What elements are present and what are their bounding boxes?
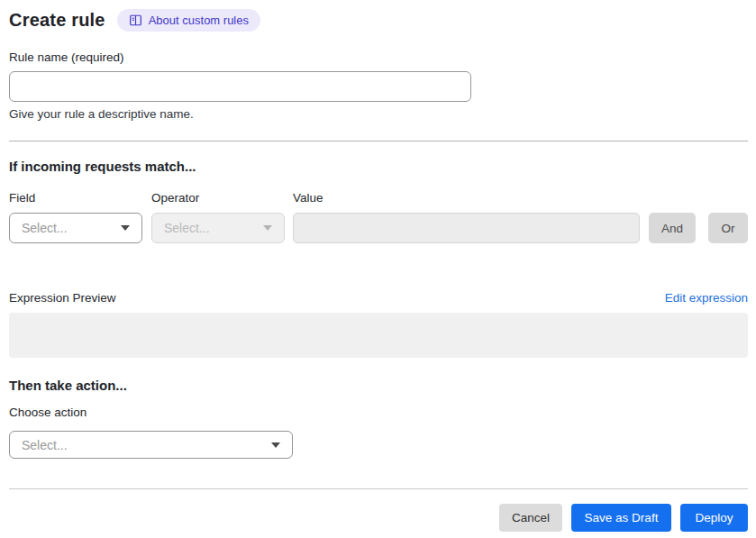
rule-name-section: Rule name (required) Give your rule a de… [9, 49, 748, 121]
or-button[interactable]: Or [708, 213, 748, 243]
page-header: Create rule About custom rules [9, 9, 748, 32]
criteria-labels-row: Field Operator Value [9, 191, 748, 205]
create-rule-page: Create rule About custom rules Rule name… [0, 0, 756, 532]
expression-preview-header: Expression Preview Edit expression [9, 291, 748, 305]
rule-name-input[interactable] [9, 71, 471, 102]
chevron-down-icon [271, 442, 280, 448]
operator-label: Operator [151, 191, 293, 205]
action-select-value: Select... [22, 438, 68, 452]
about-custom-rules-label: About custom rules [149, 14, 249, 27]
field-select-value: Select... [22, 221, 68, 235]
action-select[interactable]: Select... [9, 431, 293, 459]
chevron-down-icon [121, 225, 130, 231]
criteria-controls-row: Select... Select... And Or [9, 213, 748, 243]
field-label: Field [9, 191, 151, 205]
value-label: Value [293, 191, 323, 205]
cancel-button[interactable]: Cancel [499, 504, 562, 532]
value-input[interactable] [293, 213, 640, 243]
choose-action-label: Choose action [9, 406, 748, 419]
expression-preview-box [9, 313, 748, 358]
chevron-down-icon [263, 225, 272, 231]
save-as-draft-button[interactable]: Save as Draft [571, 504, 671, 532]
deploy-button[interactable]: Deploy [680, 504, 748, 532]
action-section-heading: Then take action... [9, 378, 748, 393]
divider [9, 141, 748, 141]
match-section-heading: If incoming requests match... [9, 159, 748, 174]
field-select[interactable]: Select... [9, 213, 142, 243]
rule-name-label: Rule name (required) [9, 50, 124, 64]
book-icon [129, 14, 142, 27]
and-button[interactable]: And [649, 213, 696, 243]
rule-name-helper-text: Give your rule a descriptive name. [9, 107, 748, 121]
page-title: Create rule [9, 10, 105, 31]
operator-select[interactable]: Select... [151, 213, 285, 243]
divider [9, 488, 748, 489]
expression-preview-label: Expression Preview [9, 291, 116, 305]
footer-actions: Cancel Save as Draft Deploy [9, 504, 748, 532]
operator-select-value: Select... [164, 221, 210, 235]
about-custom-rules-link[interactable]: About custom rules [117, 9, 260, 32]
edit-expression-link[interactable]: Edit expression [665, 291, 748, 305]
